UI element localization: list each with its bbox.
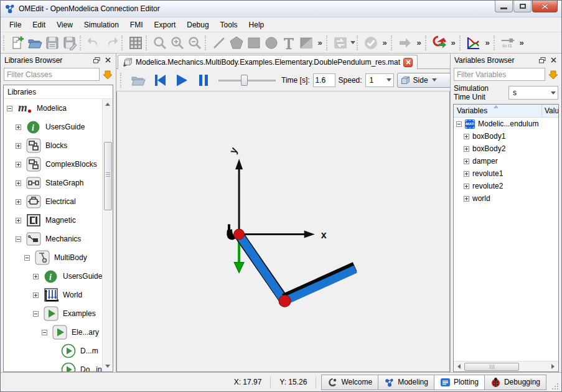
tree-item-doublependulum[interactable]: D...m	[4, 342, 102, 360]
title-bar[interactable]: OMEdit - OpenModelica Connection Editor	[1, 1, 561, 17]
tree-item-electrical[interactable]: Electrical	[4, 192, 102, 211]
filter-variables-input[interactable]	[454, 68, 545, 81]
simulate-button[interactable]	[396, 34, 414, 52]
expander-plus[interactable]	[16, 180, 21, 186]
undo-button[interactable]	[85, 34, 103, 52]
expander-plus[interactable]	[16, 199, 21, 205]
variable-item-revolute1[interactable]: revolute1	[454, 167, 558, 180]
resize-grip[interactable]	[551, 383, 559, 390]
grid-lines-button[interactable]	[127, 34, 144, 52]
expander-minus[interactable]	[16, 236, 21, 242]
connect-mode-button[interactable]	[332, 34, 349, 52]
tree-item-doublependulum-init[interactable]: Do...in	[4, 360, 102, 371]
expander-plus[interactable]	[33, 292, 39, 298]
value-column-header[interactable]: Valu	[541, 105, 558, 117]
zoom-out-button[interactable]	[186, 34, 204, 52]
simulation-time-button[interactable]: to t1	[499, 34, 517, 52]
menu-fmi[interactable]: FMI	[124, 18, 149, 32]
check-overflow-button[interactable]: »	[380, 38, 390, 47]
float-panel-button[interactable]	[538, 56, 546, 65]
variable-item-damper[interactable]: damper	[454, 155, 558, 167]
variable-item-result[interactable]: MAT Modelic...endulum	[454, 118, 558, 130]
expander-plus[interactable]	[33, 274, 39, 279]
filter-dropdown-arrow-icon[interactable]	[103, 70, 113, 80]
expander-minus[interactable]	[42, 330, 47, 335]
tree-item-multibody-usersguide[interactable]: i UsersGuide	[4, 267, 102, 286]
variable-item-world[interactable]: world	[454, 192, 558, 205]
expander-plus[interactable]	[16, 162, 21, 167]
redo-button[interactable]	[103, 34, 120, 52]
expander-plus[interactable]	[464, 146, 469, 152]
menu-tools[interactable]: Tools	[215, 18, 243, 32]
tree-item-usersguide[interactable]: i UsersGuide	[4, 118, 102, 136]
expander-plus[interactable]	[464, 171, 469, 177]
slider-thumb[interactable]	[241, 75, 248, 86]
line-shape-button[interactable]	[210, 34, 228, 52]
float-panel-button[interactable]	[92, 56, 101, 65]
polygon-shape-button[interactable]	[228, 34, 245, 52]
close-panel-button[interactable]	[103, 56, 112, 65]
tree-item-complexblocks[interactable]: ComplexBlocks	[4, 155, 102, 174]
plot-overflow-button[interactable]: »	[482, 38, 492, 47]
pause-animation-button[interactable]	[194, 72, 213, 89]
scroll-down-icon[interactable]	[105, 365, 110, 368]
menu-edit[interactable]: Edit	[27, 18, 51, 32]
scrollbar-thumb[interactable]	[104, 142, 112, 210]
speed-combobox[interactable]: 1	[365, 73, 394, 87]
new-plot-button[interactable]	[465, 34, 482, 52]
re-simulate-button[interactable]	[431, 34, 448, 52]
expander-minus[interactable]	[7, 106, 12, 111]
tree-item-magnetic[interactable]: Magnetic	[4, 211, 102, 230]
expander-plus[interactable]	[16, 124, 21, 130]
reset-zoom-button[interactable]	[151, 34, 169, 52]
tree-item-world[interactable]: World	[4, 286, 102, 304]
variable-item-boxbody1[interactable]: boxBody1	[454, 130, 558, 142]
modeling-perspective-button[interactable]: Modeling	[378, 375, 434, 390]
tab-close-button[interactable]	[403, 58, 413, 67]
result-file-tab[interactable]: Modelica.Mechanics.MultiBody.Examples.El…	[118, 55, 418, 69]
check-model-button[interactable]	[362, 34, 380, 52]
re-simulate-overflow-button[interactable]: »	[448, 38, 458, 47]
tree-item-elementary[interactable]: Ele...ary	[4, 323, 102, 342]
scroll-right-icon[interactable]	[551, 364, 555, 369]
scrollbar-thumb[interactable]	[464, 363, 519, 371]
variables-table-header[interactable]: Variables Valu	[454, 105, 558, 118]
libraries-vertical-scrollbar[interactable]	[102, 99, 113, 371]
animation-time-slider[interactable]	[218, 74, 276, 86]
menu-debug[interactable]: Debug	[181, 18, 214, 32]
menu-view[interactable]: View	[51, 18, 78, 32]
expander-plus[interactable]	[464, 184, 469, 189]
expander-plus[interactable]	[464, 196, 469, 202]
expander-plus[interactable]	[16, 218, 21, 223]
filter-dropdown-arrow-icon[interactable]	[548, 70, 558, 80]
initial-time-button[interactable]	[151, 72, 169, 89]
animation-viewport[interactable]: y x	[116, 91, 450, 372]
connect-mode-dropdown[interactable]	[350, 41, 355, 44]
menu-simulation[interactable]: Simulation	[78, 18, 124, 32]
filter-classes-input[interactable]	[4, 68, 100, 81]
menu-file[interactable]: File	[4, 18, 27, 32]
variable-item-revolute2[interactable]: revolute2	[454, 180, 558, 192]
text-shape-button[interactable]	[280, 34, 297, 52]
save-button[interactable]	[44, 34, 61, 52]
expander-minus[interactable]	[24, 255, 30, 261]
expander-plus[interactable]	[464, 159, 469, 164]
save-as-button[interactable]	[61, 34, 78, 52]
tree-item-multibody[interactable]: MultiBody	[4, 248, 102, 267]
minimize-button[interactable]	[495, 1, 513, 12]
expander-plus[interactable]	[16, 143, 21, 149]
close-button[interactable]	[532, 1, 558, 12]
maximize-button[interactable]	[513, 1, 532, 12]
open-result-file-button[interactable]	[129, 72, 148, 89]
ellipse-shape-button[interactable]	[263, 34, 280, 52]
welcome-perspective-button[interactable]: Welcome	[322, 375, 378, 390]
tree-item-mechanics[interactable]: Mechanics	[4, 230, 102, 248]
expander-plus[interactable]	[464, 134, 469, 139]
bitmap-shape-button[interactable]	[297, 34, 315, 52]
play-animation-button[interactable]	[172, 72, 191, 89]
new-model-button[interactable]	[9, 34, 26, 52]
shapes-overflow-button[interactable]: »	[315, 38, 325, 47]
close-panel-button[interactable]	[549, 56, 558, 65]
tree-item-examples[interactable]: Examples	[4, 304, 102, 323]
scroll-up-icon[interactable]	[105, 103, 110, 106]
